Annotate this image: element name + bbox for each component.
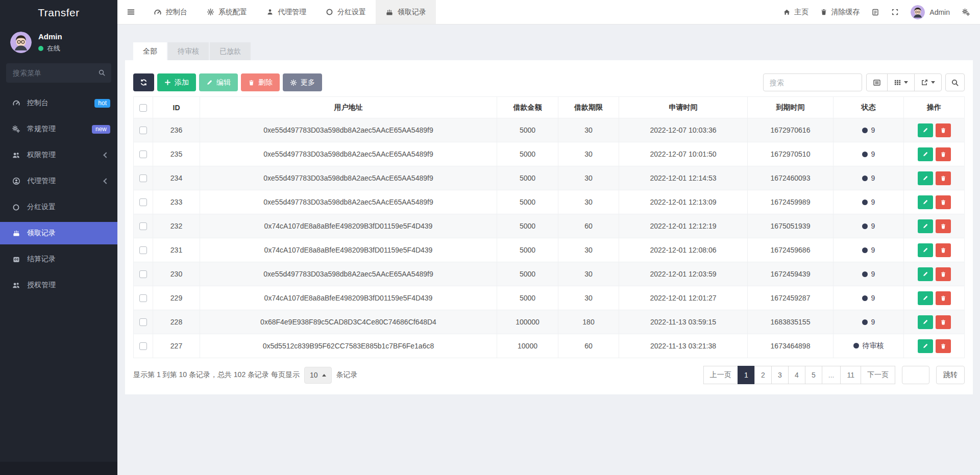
navbar-user-menu[interactable]: Admin (911, 5, 950, 19)
row-delete-button[interactable] (936, 315, 951, 329)
row-delete-button[interactable] (936, 243, 951, 257)
row-edit-button[interactable] (918, 267, 933, 281)
sidebar-item-label: 代理管理 (27, 177, 104, 186)
row-edit-button[interactable] (918, 315, 933, 329)
sidebar-item-settlement[interactable]: 结算记录 (0, 248, 117, 270)
sidebar-item-agent[interactable]: 代理管理 (0, 170, 117, 192)
row-checkbox[interactable] (139, 294, 147, 302)
row-delete-button[interactable] (936, 123, 951, 137)
sidebar-item-authorize[interactable]: 授权管理 (0, 274, 117, 296)
row-address: 0x74cA107dE8a8aBfeE498209B3fD01159e5F4D4… (200, 238, 497, 262)
page-button-3[interactable]: 3 (771, 366, 789, 384)
refresh-button[interactable] (133, 73, 154, 91)
row-checkbox[interactable] (139, 151, 147, 158)
row-edit-button[interactable] (918, 147, 933, 161)
row-status: 9 (834, 214, 904, 238)
row-edit-button[interactable] (918, 123, 933, 137)
select-all-checkbox[interactable] (139, 104, 147, 112)
sidebar-item-claim[interactable]: 领取记录 (0, 222, 117, 244)
column-header: 借款金额 (497, 97, 558, 118)
columns-toggle-button[interactable] (887, 73, 915, 91)
delete-button[interactable]: 删除 (241, 73, 280, 91)
status-dot (853, 343, 859, 348)
topnav-tab-claim[interactable]: 领取记录 (376, 0, 436, 24)
status-text: 9 (871, 198, 875, 206)
row-status: 9 (834, 310, 904, 334)
row-checkbox[interactable] (139, 270, 147, 278)
topnav-tab-console[interactable]: 控制台 (144, 0, 197, 24)
row-checkbox[interactable] (139, 127, 147, 134)
page-button-11[interactable]: 11 (840, 366, 861, 384)
menu-search-input[interactable] (6, 63, 111, 83)
row-edit-button[interactable] (918, 243, 933, 257)
menu-toggle-button[interactable] (117, 0, 144, 24)
sidebar-item-console[interactable]: 控制台hot (0, 92, 117, 114)
page-size-select[interactable]: 10 (304, 367, 332, 384)
ring-icon (326, 8, 333, 16)
more-button[interactable]: 更多 (283, 73, 322, 91)
edit-button[interactable]: 编辑 (199, 73, 238, 91)
row-edit-button[interactable] (918, 219, 933, 233)
home-link[interactable]: 主页 (783, 8, 808, 17)
row-due-time: 1672970616 (748, 118, 834, 142)
page-button-4[interactable]: 4 (788, 366, 805, 384)
row-status: 9 (834, 190, 904, 214)
row-delete-button[interactable] (936, 267, 951, 281)
row-edit-button[interactable] (918, 171, 933, 185)
list-alt-icon (873, 79, 881, 87)
search-submit-button[interactable] (945, 73, 965, 91)
settings-cogs-button[interactable] (962, 8, 970, 16)
export-button[interactable] (914, 73, 942, 91)
clear-cache-link[interactable]: 清除缓存 (820, 8, 860, 17)
tab-0[interactable]: 全部 (133, 42, 167, 60)
row-delete-button[interactable] (936, 339, 951, 353)
row-checkbox[interactable] (139, 342, 147, 350)
row-checkbox[interactable] (139, 198, 147, 206)
topnav-tab-dividend[interactable]: 分红设置 (316, 0, 376, 24)
table-row: 2340xe55d497783D03a598db8A2aec5AAcE65AA5… (134, 166, 965, 190)
row-delete-button[interactable] (936, 171, 951, 185)
fullscreen-button[interactable] (891, 8, 899, 16)
prev-page-button[interactable]: 上一页 (703, 366, 738, 384)
sidebar-item-general[interactable]: 常规管理new (0, 118, 117, 140)
row-checkbox[interactable] (139, 246, 147, 254)
page-button-5[interactable]: 5 (805, 366, 822, 384)
page-button-2[interactable]: 2 (754, 366, 772, 384)
row-address: 0x74cA107dE8a8aBfeE498209B3fD01159e5F4D4… (200, 286, 497, 310)
language-doc-icon-button[interactable] (871, 8, 879, 16)
row-delete-button[interactable] (936, 291, 951, 305)
next-page-button[interactable]: 下一页 (861, 366, 895, 384)
status-text: 9 (871, 222, 875, 230)
row-delete-button[interactable] (936, 147, 951, 161)
row-edit-button[interactable] (918, 291, 933, 305)
page-jump-button[interactable]: 跳转 (936, 366, 965, 384)
row-amount: 5000 (497, 118, 558, 142)
table-search-input[interactable] (763, 73, 862, 91)
row-checkbox[interactable] (139, 174, 147, 182)
sidebar-item-dividend[interactable]: 分红设置 (0, 196, 117, 218)
topnav-tab-agent[interactable]: 代理管理 (257, 0, 316, 24)
row-amount: 5000 (497, 142, 558, 166)
status-dot (862, 199, 868, 205)
users-icon (12, 281, 20, 289)
tab-1[interactable]: 待审核 (168, 42, 209, 60)
add-button[interactable]: 添加 (157, 73, 196, 91)
topnav-tab-system[interactable]: 系统配置 (197, 0, 257, 24)
row-checkbox[interactable] (139, 318, 147, 326)
avatar[interactable] (10, 32, 32, 53)
row-delete-button[interactable] (936, 219, 951, 233)
row-edit-button[interactable] (918, 339, 933, 353)
records-table: ID用户地址借款金额借款期限申请时间到期时间状态操作 2360xe55d4977… (133, 96, 965, 358)
chevron-down-icon (931, 81, 935, 84)
detail-view-button[interactable] (866, 73, 888, 91)
page-jump-input[interactable] (902, 366, 929, 384)
tab-2[interactable]: 已放款 (210, 42, 251, 60)
row-actions (904, 238, 965, 262)
row-due-time: 1672459686 (748, 238, 834, 262)
row-delete-button[interactable] (936, 195, 951, 209)
page-button-1[interactable]: 1 (738, 366, 755, 384)
row-edit-button[interactable] (918, 195, 933, 209)
main-area: 控制台系统配置代理管理分红设置领取记录 主页 清除缓存 Admin (117, 0, 980, 475)
sidebar-item-permission[interactable]: 权限管理 (0, 144, 117, 166)
row-checkbox[interactable] (139, 222, 147, 230)
